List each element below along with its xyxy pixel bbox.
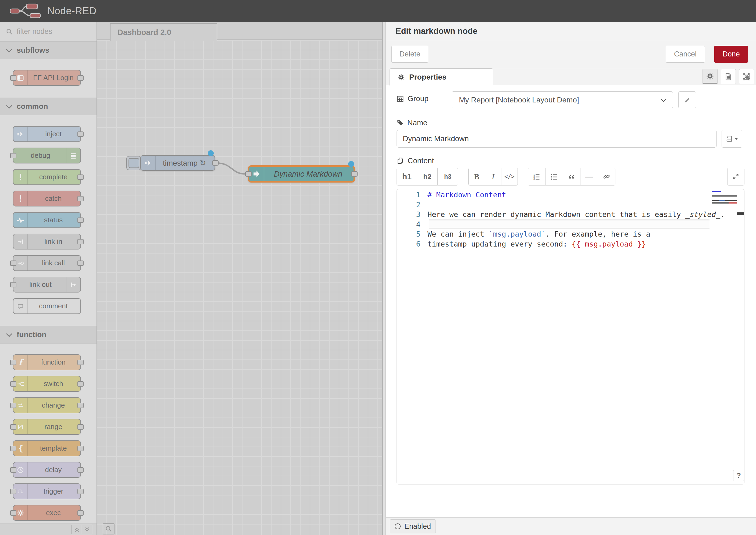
expand-all-categories-button[interactable] — [82, 525, 92, 534]
palette-node-delay[interactable]: delay — [13, 462, 81, 478]
palette-node-complete[interactable]: complete — [13, 169, 81, 185]
delete-button[interactable]: Delete — [391, 46, 428, 63]
flow-node-inject-timestamp[interactable]: timestamp ↻ — [140, 155, 215, 171]
palette-node-label: function — [28, 355, 79, 370]
properties-view-button[interactable] — [703, 69, 717, 84]
palette-node-ff-api-login[interactable]: FF API Login — [13, 70, 81, 86]
inject-icon — [14, 127, 28, 141]
description-view-button[interactable] — [721, 69, 736, 84]
toolbar-button-unordered-list[interactable] — [545, 168, 563, 185]
palette-filter-input[interactable] — [16, 27, 82, 36]
toolbar-button-ordered-list[interactable]: 123 — [528, 168, 546, 185]
toolbar-button-quote[interactable] — [563, 168, 580, 185]
name-type-button[interactable] — [722, 130, 742, 148]
code-line-6[interactable]: 6timestamp updating every second: {{ msg… — [397, 239, 744, 249]
chevron-down-icon — [6, 103, 13, 109]
minimap-line — [712, 191, 721, 192]
palette-node-link-call[interactable]: link call — [13, 255, 81, 271]
markdown-toolbar: h1h2h3BI</>123— — [397, 168, 615, 185]
palette-node-label: inject — [28, 127, 79, 141]
done-button[interactable]: Done — [714, 46, 748, 63]
code-line-2[interactable]: 2 — [397, 200, 744, 210]
cancel-button[interactable]: Cancel — [666, 46, 705, 63]
app-title: Node-RED — [47, 5, 97, 17]
toolbar-button-code[interactable]: </> — [501, 168, 518, 185]
toolbar-button-link[interactable] — [598, 168, 615, 185]
code-line-1[interactable]: 1# Markdown Content — [397, 190, 744, 200]
category-label: function — [17, 330, 46, 340]
palette-node-status[interactable]: status — [13, 212, 81, 228]
palette-node-function[interactable]: ffunction — [13, 354, 81, 370]
group-select-value: My Report [Notebook Layout Demo] — [459, 96, 579, 104]
editor-help-button[interactable]: ? — [733, 470, 744, 481]
palette-category-function[interactable]: function — [0, 326, 97, 344]
toolbar-button-h2[interactable]: h2 — [417, 168, 438, 185]
palette-node-trigger[interactable]: trigger — [13, 483, 81, 499]
toolbar-button-hr[interactable]: — — [580, 168, 598, 185]
code-line-3[interactable]: 3Here we can render dynamic Markdown con… — [397, 210, 744, 220]
link-call-icon — [14, 256, 28, 270]
pencil-icon — [684, 97, 691, 103]
input-port[interactable] — [245, 171, 252, 177]
modified-indicator-dot — [208, 150, 214, 156]
palette-node-template[interactable]: {template — [13, 440, 81, 456]
group-label-text: Group — [407, 94, 429, 103]
editor-minimap — [712, 190, 737, 212]
toolbar-button-h1[interactable]: h1 — [397, 168, 417, 185]
toolbar-button-h3[interactable]: h3 — [437, 168, 458, 185]
palette-node-switch[interactable]: switch — [13, 376, 81, 392]
code-line-4[interactable]: 4 — [397, 220, 744, 230]
palette-node-label: catch — [28, 191, 79, 206]
editor-scroll-indicator[interactable] — [737, 212, 744, 215]
range-icon — [14, 419, 28, 434]
code-line-5[interactable]: 5We can inject `msg.payload`. For exampl… — [397, 229, 744, 239]
minimap-line — [712, 195, 737, 197]
appearance-view-button[interactable] — [739, 69, 754, 84]
flow-canvas[interactable]: Dashboard 2.0 timestamp ↻ Dynamic Markdo… — [97, 22, 382, 535]
palette-node-label: template — [28, 441, 79, 456]
output-port[interactable] — [212, 160, 219, 166]
canvas-zoom-button[interactable] — [103, 523, 115, 534]
expand-editor-button[interactable] — [727, 168, 744, 185]
palette-category-common[interactable]: common — [0, 98, 97, 115]
node-red-editor: Node-RED subflowsFF API Logincommoninjec… — [0, 0, 756, 535]
function-icon: f — [14, 355, 28, 370]
palette-node-label: switch — [28, 377, 79, 391]
link-in-icon — [14, 234, 28, 249]
palette-node-link-in[interactable]: link in — [13, 234, 81, 249]
workspace-tab-dashboard[interactable]: Dashboard 2.0 — [110, 23, 217, 41]
palette-categories: subflowsFF API Logincommoninjectdebugcom… — [0, 42, 97, 533]
palette-search[interactable] — [0, 22, 97, 42]
palette-node-label: trigger — [28, 484, 79, 499]
palette-node-label: exec — [28, 505, 79, 520]
tab-properties[interactable]: Properties — [390, 68, 493, 86]
output-port[interactable] — [351, 171, 357, 177]
caret-down-icon — [735, 137, 738, 140]
palette-node-inject[interactable]: inject — [13, 126, 81, 142]
collapse-all-categories-button[interactable] — [71, 525, 82, 534]
name-input[interactable] — [397, 130, 717, 148]
line-number: 1 — [397, 190, 428, 200]
palette-category-subflows[interactable]: subflows — [0, 42, 97, 59]
status-icon — [14, 213, 28, 227]
exclaim-icon — [14, 170, 28, 184]
toolbar-button-italic[interactable]: I — [485, 168, 501, 185]
palette-node-change[interactable]: change — [13, 397, 81, 413]
toolbar-button-bold[interactable]: B — [468, 168, 485, 185]
flow-node-dynamic-markdown-selected[interactable]: Dynamic Markdown — [248, 165, 355, 183]
palette-node-exec[interactable]: exec — [13, 505, 81, 521]
palette-node-range[interactable]: range — [13, 419, 81, 435]
palette-node-label: delay — [28, 463, 79, 477]
edit-group-button[interactable] — [678, 91, 696, 108]
sidebar-resize-handle[interactable] — [382, 22, 385, 535]
palette-node-debug[interactable]: debug — [13, 148, 81, 163]
line-text: We can inject `msg.payload`. For example… — [428, 229, 650, 239]
inject-trigger-button[interactable] — [126, 156, 141, 170]
group-select[interactable]: My Report [Notebook Layout Demo] — [452, 91, 673, 108]
enabled-toggle-button[interactable]: Enabled — [390, 520, 436, 533]
palette-node-link-out[interactable]: link out — [13, 277, 81, 293]
palette-node-catch[interactable]: catch — [13, 191, 81, 207]
palette-node-comment[interactable]: comment — [13, 298, 81, 314]
group-field-label: Group — [397, 94, 429, 103]
markdown-code-editor[interactable]: 1# Markdown Content23Here we can render … — [397, 189, 744, 485]
